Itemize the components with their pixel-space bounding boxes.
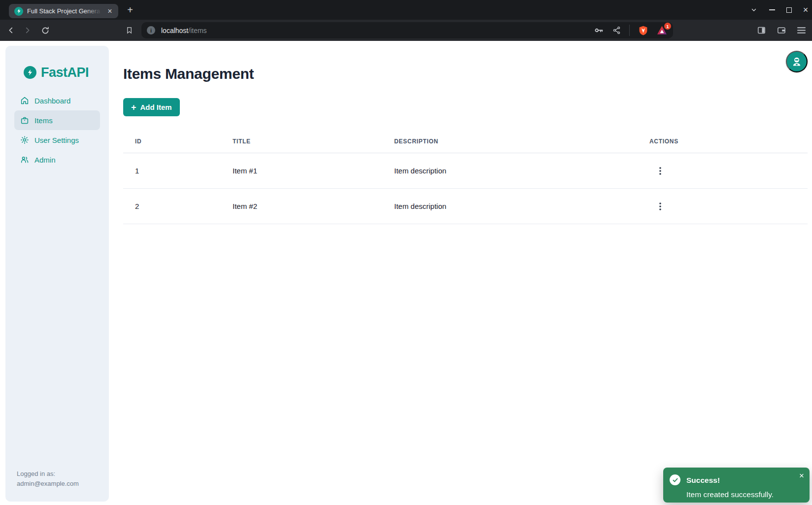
browser-toolbar: i localhost/items 1: [0, 20, 812, 41]
row-actions-kebab-button[interactable]: [653, 164, 667, 178]
app-content: FastAPI Dashboard Items User Settings Ad…: [0, 41, 812, 505]
column-header-id: ID: [123, 138, 221, 145]
kebab-dots-icon: [656, 202, 664, 211]
cell-description: Item description: [382, 202, 638, 210]
toast-message: Item created successfully.: [686, 490, 774, 499]
table-header-row: ID TITLE DESCRIPTION ACTIONS: [123, 130, 808, 153]
plus-icon: +: [131, 103, 136, 112]
row-actions-kebab-button[interactable]: [653, 200, 667, 213]
table-row: 1 Item #1 Item description: [123, 153, 808, 189]
sidebar-item-label: User Settings: [34, 136, 79, 144]
fastapi-favicon-icon: [14, 7, 23, 16]
page-title: Items Management: [123, 67, 808, 81]
main-panel: Items Management + Add Item ID TITLE DES…: [109, 41, 812, 505]
sidebar-item-dashboard[interactable]: Dashboard: [14, 91, 100, 110]
brave-shield-icon[interactable]: [638, 25, 648, 36]
sidebar-item-items[interactable]: Items: [14, 110, 100, 130]
browser-tab[interactable]: Full Stack Project Genera ×: [9, 4, 118, 18]
urlbar-action-icons: 1: [594, 25, 667, 36]
nav-buttons: [5, 20, 51, 41]
column-header-actions: ACTIONS: [638, 138, 808, 145]
tab-search-chevron-icon[interactable]: [749, 5, 758, 14]
tab-close-icon[interactable]: ×: [105, 7, 114, 15]
sidebar-item-user-settings[interactable]: User Settings: [14, 130, 100, 150]
share-icon[interactable]: [612, 26, 621, 34]
logged-in-info: Logged in as: admin@example.com: [17, 469, 79, 489]
logged-in-email: admin@example.com: [17, 479, 79, 489]
tab-title-fade: [85, 7, 102, 15]
cell-id: 2: [123, 202, 221, 210]
sidebar-item-label: Admin: [34, 156, 56, 164]
cell-description: Item description: [382, 167, 638, 175]
tab-strip: Full Stack Project Genera × + ×: [0, 0, 812, 20]
bookmark-icon[interactable]: [123, 24, 135, 36]
astronaut-user-icon: [791, 56, 803, 67]
sidebar-item-admin[interactable]: Admin: [14, 150, 100, 169]
menu-hamburger-icon[interactable]: [797, 27, 806, 34]
cell-id: 1: [123, 167, 221, 175]
table-row: 2 Item #2 Item description: [123, 189, 808, 224]
wallet-icon[interactable]: [777, 26, 786, 35]
back-button[interactable]: [5, 25, 17, 36]
kebab-dots-icon: [656, 167, 664, 175]
window-maximize-button[interactable]: [784, 5, 793, 14]
success-toast: Success! Item created successfully. ×: [663, 468, 810, 503]
home-icon: [20, 96, 29, 105]
logged-in-label: Logged in as:: [17, 469, 79, 479]
add-item-button[interactable]: + Add Item: [123, 98, 180, 116]
fastapi-logo: FastAPI: [24, 66, 100, 79]
sidebar-panel-icon[interactable]: [757, 26, 766, 35]
site-info-icon[interactable]: i: [147, 26, 155, 34]
toast-text: Success! Item created successfully.: [686, 471, 774, 503]
check-circle-icon: [670, 474, 680, 485]
briefcase-icon: [20, 116, 29, 125]
toast-title: Success!: [686, 476, 774, 485]
sidebar-item-label: Dashboard: [34, 97, 70, 105]
gear-icon: [20, 135, 29, 144]
toolbar-divider: [629, 25, 630, 36]
logo-text: FastAPI: [41, 65, 89, 80]
cell-title: Item #1: [221, 167, 382, 175]
cell-title: Item #2: [221, 202, 382, 210]
items-table: ID TITLE DESCRIPTION ACTIONS 1 Item #1 I…: [123, 130, 808, 224]
sidebar: FastAPI Dashboard Items User Settings Ad…: [5, 46, 109, 502]
users-icon: [20, 155, 29, 164]
new-tab-button[interactable]: +: [124, 4, 136, 16]
password-key-icon[interactable]: [594, 25, 604, 35]
window-minimize-button[interactable]: [768, 5, 777, 14]
url-text: localhost/items: [161, 27, 207, 34]
sidebar-item-label: Items: [34, 116, 53, 125]
window-close-button[interactable]: ×: [801, 5, 810, 14]
reload-button[interactable]: [39, 25, 51, 36]
brave-rewards-icon[interactable]: 1: [657, 26, 667, 35]
column-header-description: DESCRIPTION: [382, 138, 638, 145]
forward-button[interactable]: [21, 25, 33, 36]
toast-close-icon[interactable]: ×: [799, 471, 804, 480]
toolbar-right-icons: [757, 20, 806, 41]
add-item-label: Add Item: [140, 103, 172, 111]
rewards-badge: 1: [664, 23, 671, 30]
tab-title: Full Stack Project Genera: [27, 7, 102, 15]
user-avatar-button[interactable]: [786, 51, 808, 72]
fastapi-logo-icon: [24, 66, 36, 79]
window-controls: ×: [749, 0, 810, 20]
url-bar[interactable]: i localhost/items 1: [141, 22, 673, 38]
column-header-title: TITLE: [221, 138, 382, 145]
